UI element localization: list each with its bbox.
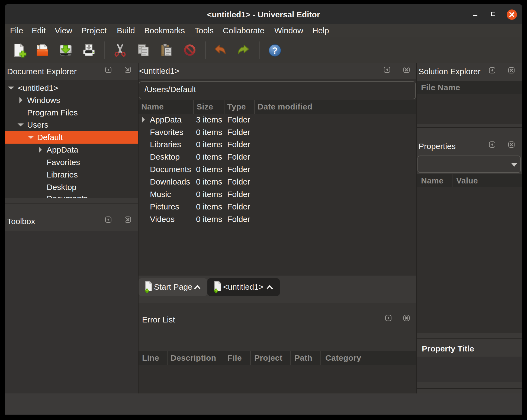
svg-text:?: ?	[272, 45, 278, 56]
